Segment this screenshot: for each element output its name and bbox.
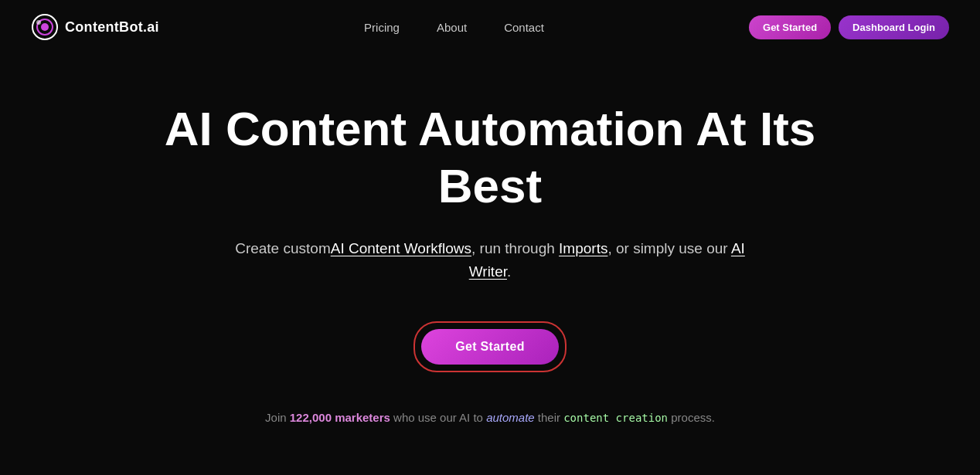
logo-icon	[31, 13, 59, 41]
social-proof-middle: who use our AI to	[390, 411, 486, 424]
nav-link-contact[interactable]: Contact	[504, 21, 544, 34]
nav-get-started-button[interactable]: Get Started	[749, 15, 831, 39]
nav-link-about[interactable]: About	[437, 21, 467, 34]
hero-get-started-button[interactable]: Get Started	[421, 329, 559, 365]
social-proof-prefix: Join	[265, 411, 290, 424]
social-proof-suffix: process.	[668, 411, 715, 424]
logo-area: ContentBot.ai	[31, 13, 159, 41]
logo-text: ContentBot.ai	[65, 19, 159, 36]
hero-section: AI Content Automation At Its Best Create…	[0, 54, 980, 457]
subtitle-suffix: .	[507, 263, 511, 280]
hero-subtitle: Create customAI Content Workflows, run t…	[219, 237, 761, 284]
svg-point-3	[36, 20, 41, 25]
hero-title: AI Content Automation At Its Best	[142, 100, 838, 215]
nav-actions: Get Started Dashboard Login	[749, 15, 949, 39]
social-proof-number: 122,000 marketers	[290, 411, 390, 424]
subtitle-link-workflows[interactable]: AI Content Workflows	[331, 240, 471, 256]
subtitle-or: , or simply use our	[607, 240, 730, 256]
navbar: ContentBot.ai Pricing About Contact Get …	[0, 0, 980, 54]
hero-social-proof: Join 122,000 marketers who use our AI to…	[265, 409, 715, 427]
subtitle-prefix: Create custom	[235, 240, 331, 256]
hero-cta-wrapper: Get Started	[413, 321, 567, 372]
svg-point-2	[41, 23, 49, 31]
nav-link-pricing[interactable]: Pricing	[364, 21, 400, 34]
subtitle-link-imports[interactable]: Imports	[559, 240, 607, 256]
social-proof-content: content creation	[563, 412, 668, 424]
nav-dashboard-login-button[interactable]: Dashboard Login	[839, 15, 949, 39]
subtitle-middle: , run through	[471, 240, 559, 256]
social-proof-automate: automate	[486, 411, 535, 424]
social-proof-middle2: their	[535, 411, 564, 424]
nav-links: Pricing About Contact	[364, 21, 544, 34]
